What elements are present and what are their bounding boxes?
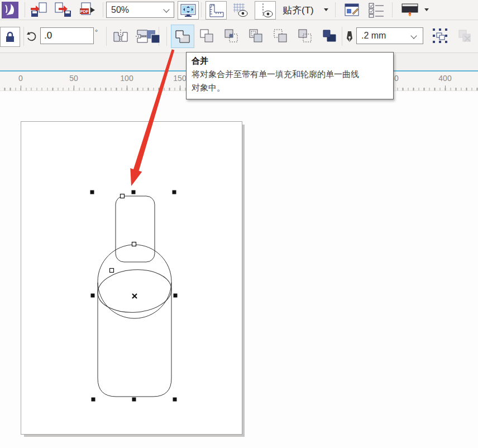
ruler-label: 0: [18, 74, 23, 83]
separator: [335, 2, 336, 17]
ruler-label: 150: [173, 74, 186, 83]
ruler-tick: [180, 85, 180, 90]
trim-button[interactable]: [197, 26, 217, 46]
welcome-caret-icon[interactable]: [424, 8, 429, 11]
mirror-horizontal-button[interactable]: [111, 26, 131, 46]
degree-symbol: °: [95, 28, 98, 36]
outline-width-combobox[interactable]: .2 mm: [356, 27, 423, 44]
zoom-level-combobox[interactable]: 50%: [106, 2, 174, 18]
delete-disabled-button: [455, 26, 475, 46]
full-screen-preview-button[interactable]: [178, 1, 199, 20]
property-bar: ° .2 mm: [0, 20, 478, 53]
ruler-tick: [445, 85, 446, 90]
show-rulers-button[interactable]: [205, 1, 227, 20]
export-button[interactable]: [54, 2, 73, 18]
app-window: { "colors":{"accent_cyan":"#5bb3d8","hig…: [0, 0, 478, 448]
show-guidelines-button[interactable]: [255, 1, 276, 20]
ruler-label: 400: [438, 74, 451, 83]
boundary-button[interactable]: [319, 26, 340, 46]
select-all-button[interactable]: [430, 26, 450, 46]
separator: [103, 2, 103, 17]
back-minus-front-button[interactable]: [295, 26, 315, 46]
ruler-tick: [127, 85, 127, 90]
tooltip-title: 合并: [192, 56, 388, 66]
separator: [392, 2, 393, 17]
ruler-label: 100: [120, 74, 133, 83]
options-button[interactable]: [342, 1, 362, 18]
front-minus-back-button[interactable]: [270, 26, 290, 46]
separator: [166, 27, 167, 46]
chevron-down-icon: [410, 32, 417, 39]
import-button[interactable]: [29, 2, 48, 18]
zoom-level-value: 50%: [111, 5, 129, 15]
drawing-page[interactable]: [21, 121, 242, 435]
ruler-label: 50: [69, 74, 78, 83]
snap-to-dropdown-label[interactable]: 贴齐(T): [283, 4, 314, 17]
welcome-screen-button[interactable]: [399, 1, 421, 18]
chevron-down-icon: [163, 6, 169, 12]
simplify-button[interactable]: [246, 26, 266, 46]
separator: [106, 27, 107, 46]
snap-caret-icon[interactable]: [324, 8, 328, 11]
publish-pdf-button[interactable]: PDF: [78, 2, 98, 18]
combine-button[interactable]: [143, 26, 163, 46]
separator: [23, 27, 24, 46]
ruler-tick: [21, 85, 21, 90]
rotate-ccw-icon: [26, 30, 38, 42]
separator: [201, 2, 202, 17]
tooltip-line1: 将对象合并至带有单一填充和轮廓的单一曲线: [192, 68, 388, 81]
separator: [25, 2, 25, 17]
ruler-tick: [74, 85, 74, 90]
show-grid-button[interactable]: [230, 1, 250, 18]
standard-toolbar: PDF 50% 贴齐(T): [0, 0, 478, 20]
outline-pen-icon: [344, 30, 355, 44]
app-logo-icon[interactable]: [1, 1, 18, 18]
weld-tooltip: 合并 将对象合并至带有单一填充和轮廓的单一曲线 对象中。: [186, 52, 394, 99]
outline-width-value: .2 mm: [361, 31, 386, 41]
rotation-angle-input[interactable]: [40, 27, 94, 44]
weld-button[interactable]: [171, 25, 194, 48]
tooltip-line2: 对象中。: [192, 81, 388, 94]
task-list-button[interactable]: [366, 1, 386, 18]
lock-ratio-button[interactable]: [0, 27, 20, 47]
intersect-button[interactable]: [221, 26, 241, 46]
pdf-badge-text: PDF: [80, 9, 89, 14]
separator: [342, 27, 342, 46]
